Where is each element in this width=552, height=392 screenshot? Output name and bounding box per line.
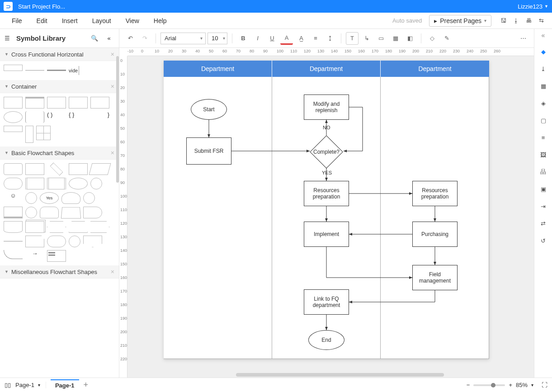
org-icon[interactable]: 品 — [537, 165, 550, 178]
zoom-slider[interactable] — [473, 384, 505, 386]
line-color-icon[interactable]: ✎ — [440, 32, 453, 45]
group-icon[interactable]: ▦ — [389, 32, 402, 45]
add-page-icon[interactable]: + — [84, 380, 89, 390]
image-icon[interactable]: 🖼 — [537, 148, 550, 161]
node-submit[interactable]: Submit FSR — [186, 137, 231, 165]
shape-rect2[interactable] — [25, 163, 44, 175]
connector-icon[interactable]: ↳ — [360, 32, 373, 45]
shape-doc[interactable] — [4, 207, 23, 218]
export-icon[interactable]: ⤓ — [537, 62, 550, 75]
lane-header-2[interactable]: Department — [272, 61, 381, 77]
shape-person[interactable] — [25, 192, 37, 204]
shape-line[interactable] — [4, 241, 23, 241]
close-icon[interactable]: × — [111, 51, 114, 58]
bold-icon[interactable]: B — [237, 32, 250, 45]
text-tool-icon[interactable]: T — [346, 32, 359, 45]
shape-note[interactable]: ▬▬▬▬▬▬ — [47, 250, 66, 262]
shape-rect[interactable] — [4, 97, 23, 109]
node-link-fq[interactable]: Link to FQ department — [304, 289, 349, 315]
shape-hex[interactable] — [47, 221, 66, 233]
node-resources-2[interactable]: Resources preparation — [412, 181, 458, 206]
share-icon[interactable]: ⇆ — [535, 14, 547, 27]
shape-vide[interactable]: vide — [69, 65, 96, 76]
shape-subprocess[interactable] — [47, 178, 66, 189]
highlight-icon[interactable]: A̲ — [295, 32, 307, 45]
shape-corner[interactable] — [25, 236, 44, 247]
align-rail-icon[interactable]: ⇥ — [537, 200, 550, 213]
scrollbar[interactable] — [116, 56, 119, 183]
shape-diamond[interactable] — [50, 163, 63, 176]
shape-arrow-hex[interactable] — [90, 221, 109, 233]
print-icon[interactable]: 🖶 — [522, 14, 535, 27]
shape-brackets[interactable] — [25, 111, 44, 123]
shape-card[interactable] — [69, 163, 88, 175]
shape-arrow[interactable]: → — [25, 250, 44, 262]
shape-rect-4[interactable] — [69, 97, 88, 109]
shape-rect-tab[interactable] — [47, 97, 66, 109]
more-icon[interactable]: ⋯ — [517, 32, 529, 45]
history-icon[interactable]: ↺ — [537, 234, 550, 247]
search-icon[interactable]: 🔍 — [89, 33, 100, 44]
font-color-icon[interactable]: A — [280, 32, 293, 45]
node-end[interactable]: End — [308, 330, 344, 350]
style-icon[interactable]: ◆ — [537, 45, 550, 58]
shape-cylinder[interactable] — [40, 207, 59, 218]
zoom-out-icon[interactable]: − — [467, 382, 470, 388]
shape-yes[interactable]: Yes — [40, 192, 59, 204]
shape-database[interactable] — [61, 192, 80, 204]
node-resources-1[interactable]: Resources preparation — [304, 181, 349, 206]
shape-parens[interactable]: ( ) — [47, 111, 66, 123]
shape-rect-tall[interactable] — [25, 126, 33, 143]
shape-lane[interactable] — [4, 65, 23, 71]
menu-view[interactable]: View — [118, 17, 146, 24]
close-icon[interactable]: × — [111, 268, 114, 275]
section-container[interactable]: ▼ Container × — [0, 80, 119, 93]
section-basic-flowchart[interactable]: ▼ Basic Flowchart Shapes × — [0, 146, 119, 160]
menu-layout[interactable]: Layout — [85, 17, 118, 24]
node-field-management[interactable]: Field management — [412, 265, 458, 290]
shape-predefined[interactable] — [25, 178, 44, 189]
shape-terminator[interactable] — [4, 178, 23, 189]
canvas[interactable]: Department Department Department Start S… — [127, 56, 534, 378]
shape-braces[interactable]: { } — [69, 111, 88, 123]
italic-icon[interactable]: I — [251, 32, 264, 45]
shape-stadium[interactable] — [47, 236, 66, 247]
section-cross-functional[interactable]: ▼ Cross Functional Horizontal × — [0, 48, 119, 61]
shape-circle[interactable] — [90, 178, 102, 189]
menu-insert[interactable]: Insert — [55, 17, 85, 24]
layers-icon[interactable]: ◈ — [537, 97, 550, 109]
page-tab[interactable]: Page-1 — [51, 379, 79, 391]
font-select[interactable]: Arial — [160, 33, 206, 44]
shape-brace-right[interactable]: } — [90, 111, 109, 123]
shape-rect-5[interactable] — [90, 97, 109, 109]
undo-icon[interactable]: ↶ — [124, 32, 137, 45]
shape-connector[interactable] — [83, 192, 95, 204]
shape-actor[interactable]: ☺ — [4, 192, 23, 204]
page-selector[interactable]: Page-1 ▾ — [15, 382, 46, 388]
collapse-left-icon[interactable]: « — [104, 33, 114, 44]
present-rail-icon[interactable]: ▢ — [537, 114, 550, 127]
menu-file[interactable]: File — [5, 17, 29, 24]
collapse-right-icon[interactable]: « — [542, 32, 545, 39]
shape-wave[interactable] — [4, 221, 23, 233]
fill-icon[interactable]: ◇ — [426, 32, 439, 45]
user-menu[interactable]: Lizzie123 ▼ — [518, 3, 548, 10]
shape-parallelogram[interactable] — [89, 163, 111, 175]
shape-rect-top[interactable] — [25, 97, 44, 109]
shape-separator-thick[interactable] — [47, 70, 66, 71]
container-icon[interactable]: ▭ — [375, 32, 387, 45]
present-button[interactable]: ▸ Present Pages ▾ — [429, 15, 491, 27]
section-misc[interactable]: ▼ Miscellaneous Flowchart Shapes × — [0, 265, 119, 279]
node-modify[interactable]: Modify and replenish — [304, 94, 349, 120]
menu-edit[interactable]: Edit — [29, 17, 55, 24]
shape-rect-short[interactable] — [4, 126, 23, 132]
shape-grid[interactable] — [36, 126, 51, 140]
data-icon[interactable]: ≡ — [537, 131, 550, 144]
node-purchasing[interactable]: Purchasing — [412, 222, 458, 247]
shape-multi[interactable] — [25, 221, 44, 233]
shape-arc[interactable] — [4, 250, 23, 259]
page[interactable]: Department Department Department Start S… — [164, 61, 489, 359]
shape-ellipse2[interactable] — [69, 178, 88, 189]
lane-header-3[interactable]: Department — [381, 61, 489, 77]
underline-icon[interactable]: U — [266, 32, 278, 45]
